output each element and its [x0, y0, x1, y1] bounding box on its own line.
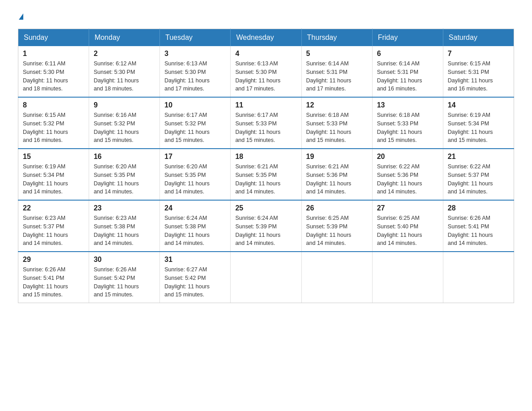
day-info: Sunrise: 6:14 AMSunset: 5:31 PMDaylight:… — [377, 60, 438, 93]
day-info: Sunrise: 6:15 AMSunset: 5:31 PMDaylight:… — [448, 60, 509, 93]
day-info: Sunrise: 6:18 AMSunset: 5:33 PMDaylight:… — [306, 111, 368, 145]
calendar-cell: 19Sunrise: 6:21 AMSunset: 5:36 PMDayligh… — [301, 149, 372, 200]
day-info: Sunrise: 6:23 AMSunset: 5:37 PMDaylight:… — [23, 214, 84, 248]
day-number: 19 — [306, 153, 368, 161]
day-info: Sunrise: 6:26 AMSunset: 5:41 PMDaylight:… — [23, 265, 84, 299]
calendar-cell: 27Sunrise: 6:25 AMSunset: 5:40 PMDayligh… — [372, 200, 443, 252]
day-info: Sunrise: 6:27 AMSunset: 5:42 PMDaylight:… — [164, 265, 226, 299]
day-info: Sunrise: 6:13 AMSunset: 5:30 PMDaylight:… — [164, 60, 226, 93]
calendar-header-tuesday: Tuesday — [160, 29, 231, 47]
calendar-cell: 10Sunrise: 6:17 AMSunset: 5:32 PMDayligh… — [160, 97, 231, 149]
calendar-cell: 8Sunrise: 6:15 AMSunset: 5:32 PMDaylight… — [18, 97, 89, 149]
day-info: Sunrise: 6:13 AMSunset: 5:30 PMDaylight:… — [235, 60, 296, 93]
day-number: 27 — [377, 204, 438, 212]
day-info: Sunrise: 6:17 AMSunset: 5:32 PMDaylight:… — [164, 111, 226, 145]
day-number: 3 — [164, 50, 226, 58]
day-number: 28 — [448, 204, 509, 212]
day-number: 25 — [235, 204, 296, 212]
calendar-week-row: 1Sunrise: 6:11 AMSunset: 5:30 PMDaylight… — [18, 46, 514, 97]
day-number: 6 — [377, 50, 438, 58]
calendar-week-row: 15Sunrise: 6:19 AMSunset: 5:34 PMDayligh… — [18, 149, 514, 200]
calendar-cell: 9Sunrise: 6:16 AMSunset: 5:32 PMDaylight… — [89, 97, 160, 149]
day-number: 10 — [164, 101, 226, 109]
day-number: 14 — [448, 101, 509, 109]
day-info: Sunrise: 6:15 AMSunset: 5:32 PMDaylight:… — [23, 111, 84, 145]
calendar-cell: 26Sunrise: 6:25 AMSunset: 5:39 PMDayligh… — [301, 200, 372, 252]
calendar-cell: 21Sunrise: 6:22 AMSunset: 5:37 PMDayligh… — [443, 149, 514, 200]
calendar-cell: 17Sunrise: 6:20 AMSunset: 5:35 PMDayligh… — [160, 149, 231, 200]
day-number: 31 — [164, 256, 226, 264]
day-number: 5 — [306, 50, 368, 58]
day-info: Sunrise: 6:25 AMSunset: 5:40 PMDaylight:… — [377, 214, 438, 248]
calendar-cell: 7Sunrise: 6:15 AMSunset: 5:31 PMDaylight… — [443, 46, 514, 97]
calendar-cell: 18Sunrise: 6:21 AMSunset: 5:35 PMDayligh… — [231, 149, 301, 200]
calendar-cell: 14Sunrise: 6:19 AMSunset: 5:34 PMDayligh… — [443, 97, 514, 149]
calendar-header-monday: Monday — [89, 29, 160, 47]
calendar-cell: 24Sunrise: 6:24 AMSunset: 5:38 PMDayligh… — [160, 200, 231, 252]
calendar-week-row: 8Sunrise: 6:15 AMSunset: 5:32 PMDaylight… — [18, 97, 514, 149]
calendar-cell: 1Sunrise: 6:11 AMSunset: 5:30 PMDaylight… — [18, 46, 89, 97]
calendar-cell — [301, 252, 372, 303]
day-number: 20 — [377, 153, 438, 161]
day-number: 7 — [448, 50, 509, 58]
calendar-week-row: 29Sunrise: 6:26 AMSunset: 5:41 PMDayligh… — [18, 252, 514, 303]
day-number: 9 — [94, 101, 155, 109]
calendar-cell: 3Sunrise: 6:13 AMSunset: 5:30 PMDaylight… — [160, 46, 231, 97]
day-number: 16 — [94, 153, 155, 161]
day-info: Sunrise: 6:11 AMSunset: 5:30 PMDaylight:… — [23, 60, 84, 93]
day-info: Sunrise: 6:16 AMSunset: 5:32 PMDaylight:… — [94, 111, 155, 145]
day-number: 1 — [23, 50, 84, 58]
calendar-cell: 11Sunrise: 6:17 AMSunset: 5:33 PMDayligh… — [231, 97, 301, 149]
day-number: 12 — [306, 101, 368, 109]
calendar-cell: 28Sunrise: 6:26 AMSunset: 5:41 PMDayligh… — [443, 200, 514, 252]
day-info: Sunrise: 6:24 AMSunset: 5:39 PMDaylight:… — [235, 214, 296, 248]
day-number: 8 — [23, 101, 84, 109]
calendar-header-thursday: Thursday — [301, 29, 372, 47]
page-header — [18, 13, 514, 20]
calendar-cell: 25Sunrise: 6:24 AMSunset: 5:39 PMDayligh… — [231, 200, 301, 252]
calendar-cell — [231, 252, 301, 303]
calendar-header-row: SundayMondayTuesdayWednesdayThursdayFrid… — [18, 29, 514, 47]
calendar-cell: 12Sunrise: 6:18 AMSunset: 5:33 PMDayligh… — [301, 97, 372, 149]
day-number: 15 — [23, 153, 84, 161]
day-number: 2 — [94, 50, 155, 58]
day-info: Sunrise: 6:23 AMSunset: 5:38 PMDaylight:… — [94, 214, 155, 248]
calendar-cell: 29Sunrise: 6:26 AMSunset: 5:41 PMDayligh… — [18, 252, 89, 303]
calendar-cell: 6Sunrise: 6:14 AMSunset: 5:31 PMDaylight… — [372, 46, 443, 97]
calendar-cell — [443, 252, 514, 303]
day-info: Sunrise: 6:21 AMSunset: 5:35 PMDaylight:… — [235, 163, 296, 196]
calendar-cell: 4Sunrise: 6:13 AMSunset: 5:30 PMDaylight… — [231, 46, 301, 97]
calendar-cell: 30Sunrise: 6:26 AMSunset: 5:42 PMDayligh… — [89, 252, 160, 303]
day-number: 17 — [164, 153, 226, 161]
calendar-cell: 15Sunrise: 6:19 AMSunset: 5:34 PMDayligh… — [18, 149, 89, 200]
day-info: Sunrise: 6:19 AMSunset: 5:34 PMDaylight:… — [23, 163, 84, 196]
day-number: 22 — [23, 204, 84, 212]
day-info: Sunrise: 6:20 AMSunset: 5:35 PMDaylight:… — [94, 163, 155, 196]
day-number: 24 — [164, 204, 226, 212]
day-info: Sunrise: 6:14 AMSunset: 5:31 PMDaylight:… — [306, 60, 368, 93]
calendar-cell: 5Sunrise: 6:14 AMSunset: 5:31 PMDaylight… — [301, 46, 372, 97]
calendar-cell: 16Sunrise: 6:20 AMSunset: 5:35 PMDayligh… — [89, 149, 160, 200]
day-info: Sunrise: 6:26 AMSunset: 5:42 PMDaylight:… — [94, 265, 155, 299]
day-number: 29 — [23, 256, 84, 264]
day-info: Sunrise: 6:12 AMSunset: 5:30 PMDaylight:… — [94, 60, 155, 93]
day-number: 21 — [448, 153, 509, 161]
day-info: Sunrise: 6:18 AMSunset: 5:33 PMDaylight:… — [377, 111, 438, 145]
calendar-cell: 23Sunrise: 6:23 AMSunset: 5:38 PMDayligh… — [89, 200, 160, 252]
day-number: 4 — [235, 50, 296, 58]
calendar-cell: 22Sunrise: 6:23 AMSunset: 5:37 PMDayligh… — [18, 200, 89, 252]
day-number: 13 — [377, 101, 438, 109]
day-number: 30 — [94, 256, 155, 264]
day-number: 18 — [235, 153, 296, 161]
day-info: Sunrise: 6:20 AMSunset: 5:35 PMDaylight:… — [164, 163, 226, 196]
day-info: Sunrise: 6:26 AMSunset: 5:41 PMDaylight:… — [448, 214, 509, 248]
day-number: 26 — [306, 204, 368, 212]
day-info: Sunrise: 6:17 AMSunset: 5:33 PMDaylight:… — [235, 111, 296, 145]
logo — [18, 13, 23, 20]
day-info: Sunrise: 6:24 AMSunset: 5:38 PMDaylight:… — [164, 214, 226, 248]
day-number: 23 — [94, 204, 155, 212]
calendar-header-sunday: Sunday — [18, 29, 89, 47]
day-info: Sunrise: 6:22 AMSunset: 5:36 PMDaylight:… — [377, 163, 438, 196]
day-info: Sunrise: 6:21 AMSunset: 5:36 PMDaylight:… — [306, 163, 368, 196]
calendar-header-friday: Friday — [372, 29, 443, 47]
